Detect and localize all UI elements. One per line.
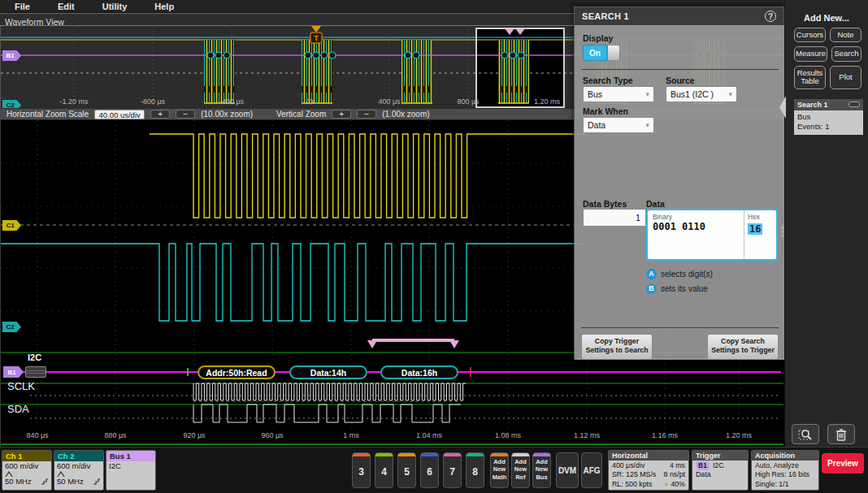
divider <box>581 327 779 328</box>
source-label: Source <box>666 76 695 85</box>
search1-result-type: Bus <box>797 112 860 122</box>
overview-axis-label: -1.20 ms <box>59 97 88 106</box>
add-new-math-button[interactable]: Add New Math <box>490 452 509 488</box>
bus1-status-badge[interactable]: Bus 1 I2C <box>106 450 156 491</box>
add-search-button[interactable]: Search <box>831 46 861 61</box>
add-results-table-button[interactable]: Results Table <box>794 66 826 89</box>
menu-edit[interactable]: Edit <box>58 2 75 11</box>
overview-axis-label: -400 µs <box>219 97 244 106</box>
mark-when-select[interactable]: Data ▾ <box>583 117 654 133</box>
h-zoom-minus-button[interactable]: − <box>176 110 195 119</box>
zoom-select-button[interactable] <box>792 424 819 444</box>
chevron-down-icon: ▾ <box>645 121 649 129</box>
add-new-button-grid: Cursors Note Measure Search Results Tabl… <box>785 23 868 89</box>
search1-result-item[interactable]: Search 1 Bus Events: 1 <box>794 99 863 135</box>
hint-b: B sets its value <box>646 283 708 294</box>
add-new-bus-button[interactable]: Add New Bus <box>532 452 551 488</box>
trash-icon <box>835 428 847 441</box>
source-select[interactable]: Bus1 (I2C ) ▾ <box>666 86 737 102</box>
overview-axis-label: 800 µs <box>457 97 479 106</box>
ch7-button[interactable]: 7 <box>443 452 462 488</box>
h-zoom-factor: (10.00x zoom) <box>201 110 253 119</box>
ch1-bandwidth: 50 MHz <box>5 478 32 487</box>
bus-handle[interactable] <box>25 366 46 378</box>
overview-axis-label: 0's <box>306 97 315 106</box>
ch1-badge[interactable]: Ch 1 600 m/div 50 MHz <box>2 450 52 491</box>
add-new-ref-button[interactable]: Add New Ref <box>511 452 530 488</box>
search1-result-events: Events: 1 <box>797 122 860 132</box>
search-dialog-header[interactable]: SEARCH 1 ? <box>575 7 783 25</box>
trigger-source-badge: B1 <box>696 461 710 470</box>
h-zoom-plus-button[interactable]: + <box>150 110 170 119</box>
add-cursors-button[interactable]: Cursors <box>794 28 826 42</box>
time-axis-label: 960 µs <box>261 431 283 439</box>
binary-value[interactable]: 0001 0110 <box>653 221 739 232</box>
i2c-decode-data: Data:14h <box>289 365 367 379</box>
dvm-button[interactable]: DVM <box>556 452 579 488</box>
sidebar-tools <box>792 424 855 444</box>
v-zoom-factor: (1.00x zoom) <box>382 110 429 119</box>
h-zoom-scale-label: Horizontal Zoom Scale <box>7 110 89 119</box>
add-measure-button[interactable]: Measure <box>794 46 827 61</box>
search-dialog-title: SEARCH 1 <box>582 11 629 21</box>
bandwidth-icon <box>93 478 101 485</box>
results-sidebar: Add New... Cursors Note Measure Search R… <box>784 0 868 447</box>
bus1-name: Bus 1 <box>106 451 155 461</box>
v-zoom-plus-button[interactable]: + <box>332 110 351 119</box>
ch4-button[interactable]: 4 <box>375 452 393 488</box>
magnifier-icon <box>798 428 813 441</box>
search-type-select[interactable]: Bus ▾ <box>583 86 654 102</box>
ch8-button[interactable]: 8 <box>466 452 484 488</box>
ch3-button[interactable]: 3 <box>352 452 371 488</box>
divider <box>581 69 779 70</box>
trigger-panel[interactable]: Trigger B1I2C Data <box>692 450 749 491</box>
bus-name-label: I2C <box>28 352 41 362</box>
time-axis-label: 1.20 ms <box>726 431 752 439</box>
knob-b-icon: B <box>646 283 657 294</box>
add-plot-button[interactable]: Plot <box>830 66 861 89</box>
data-value-panel[interactable]: Binary 0001 0110 Hex 16 <box>646 209 778 261</box>
search-type-value: Bus <box>588 89 602 99</box>
ch2-name: Ch 2 <box>54 451 103 461</box>
ch5-button[interactable]: 5 <box>397 452 416 488</box>
add-note-button[interactable]: Note <box>830 28 861 42</box>
hex-field[interactable]: Hex 16 <box>744 210 776 259</box>
time-axis-label: 840 µs <box>26 431 48 439</box>
i2c-decode-data: Data:16h <box>380 365 458 379</box>
panel-drag-handle[interactable]: ●●● <box>780 226 784 238</box>
toggle-knob[interactable] <box>607 45 620 61</box>
help-icon[interactable]: ? <box>765 11 776 22</box>
mark-when-label: Mark When <box>583 106 628 116</box>
sda-signal-label: SDA <box>7 403 29 415</box>
ch2-badge[interactable]: Ch 2 600 m/div 50 MHz <box>54 450 104 491</box>
overview-axis-label: 400 µs <box>378 97 400 106</box>
preview-button[interactable]: Preview <box>822 453 864 474</box>
toggle-on-label: On <box>583 45 607 61</box>
copy-search-to-trigger-button[interactable]: Copy Search Settings to Trigger <box>707 334 779 360</box>
menu-utility[interactable]: Utility <box>102 2 128 11</box>
menu-help[interactable]: Help <box>154 2 174 11</box>
hex-value[interactable]: 16 <box>748 223 762 235</box>
add-new-title: Add New... <box>785 13 868 23</box>
acquisition-panel[interactable]: Acquisition Auto, Analyze High Res: 16 b… <box>751 450 819 491</box>
data-bytes-input[interactable]: 1 <box>583 209 646 227</box>
hint-a: A selects digit(s) <box>646 269 713 279</box>
bus1-type: I2C <box>109 462 153 471</box>
delete-button[interactable] <box>827 424 855 444</box>
ch6-button[interactable]: 6 <box>420 452 439 488</box>
menu-file[interactable]: File <box>15 2 30 11</box>
ch2-scale: 600 m/div <box>57 462 101 471</box>
v-zoom-label: Vertical Zoom <box>276 110 326 119</box>
v-zoom-minus-button[interactable]: − <box>357 110 376 119</box>
copy-trigger-to-search-button[interactable]: Copy Trigger Settings to Search <box>581 334 653 360</box>
time-axis-label: 1.16 ms <box>652 431 678 439</box>
display-toggle[interactable]: On <box>583 45 620 61</box>
h-zoom-scale-input[interactable]: 40.00 us/div <box>94 110 145 119</box>
bandwidth-icon <box>41 478 49 485</box>
horizontal-panel[interactable]: Horizontal 400 µs/div4 ms SR: 125 MS/s8 … <box>608 450 689 491</box>
binary-field[interactable]: Binary 0001 0110 <box>648 210 744 259</box>
afg-button[interactable]: AFG <box>581 452 602 488</box>
time-axis-label: 1.12 ms <box>574 431 600 439</box>
knob-a-icon: A <box>646 269 657 279</box>
mark-when-value: Data <box>588 120 605 130</box>
